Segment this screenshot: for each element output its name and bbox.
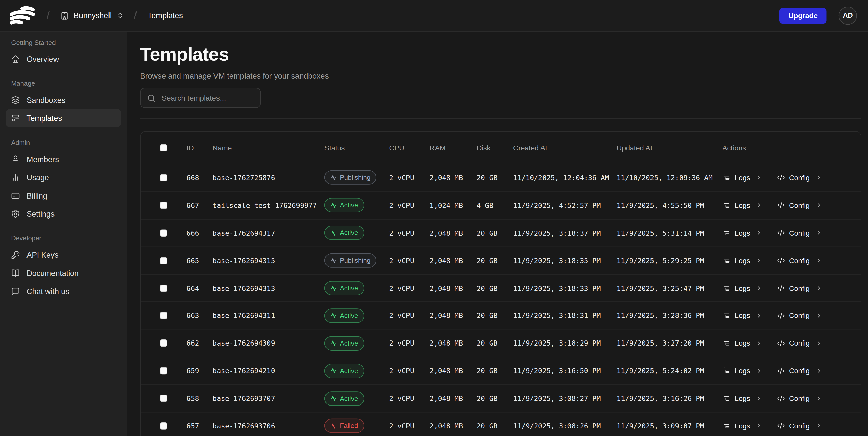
main-content: Templates Browse and manage VM templates… [127,32,868,436]
cell-status: Active [324,364,389,378]
org-switcher[interactable]: Bunnyshell [60,11,123,20]
row-checkbox[interactable] [160,202,167,209]
sidebar-item-templates[interactable]: Templates [5,109,121,127]
cell-created-at: 11/10/2025, 12:04:36 AM [513,174,617,182]
row-checkbox[interactable] [160,395,167,402]
logs-button[interactable]: Logs [722,229,762,237]
cell-disk: 20 GB [477,284,513,292]
cell-disk: 20 GB [477,422,513,430]
chevron-right-icon [756,202,762,208]
org-name: Bunnyshell [74,11,112,20]
select-all-checkbox[interactable] [160,144,167,152]
building-icon [60,11,69,20]
config-button[interactable]: Config [777,229,822,237]
logs-button[interactable]: Logs [722,311,762,320]
chevron-right-icon [756,285,762,291]
activity-icon [331,395,337,401]
page-subtitle: Browse and manage VM templates for your … [140,71,862,81]
table-row: 666base-1762694317Active2 vCPU2,048 MB20… [141,219,861,247]
logs-button[interactable]: Logs [722,284,762,292]
logs-button[interactable]: Logs [722,201,762,209]
cell-checkbox [160,312,186,319]
sidebar-item-api-keys[interactable]: API Keys [5,245,121,264]
status-label: Active [340,394,358,402]
sidebar-item-documentation[interactable]: Documentation [5,264,121,282]
status-label: Active [340,312,358,320]
logs-label: Logs [735,311,750,320]
table-row: 663base-1762694311Active2 vCPU2,048 MB20… [141,302,861,330]
search-box [140,88,261,108]
config-button[interactable]: Config [777,367,822,375]
activity-icon [331,423,337,429]
status-badge: Active [324,308,364,323]
cell-ram: 2,048 MB [430,311,476,320]
logs-button[interactable]: Logs [722,174,762,182]
cell-actions: LogsConfig [722,256,852,265]
config-label: Config [789,422,810,430]
sidebar-item-label: Sandboxes [27,95,65,104]
sidebar-item-sandboxes[interactable]: Sandboxes [5,91,121,109]
chevrons-up-down-icon [117,12,123,19]
sidebar-item-billing[interactable]: Billing [5,186,121,204]
sidebar-item-label: Overview [27,55,59,63]
config-button[interactable]: Config [777,284,822,292]
row-checkbox[interactable] [160,312,167,319]
logs-button[interactable]: Logs [722,422,762,430]
row-checkbox[interactable] [160,174,167,181]
row-checkbox[interactable] [160,340,167,347]
logs-label: Logs [735,256,750,265]
column-header-updated-at: Updated At [617,143,722,152]
cell-created-at: 11/9/2025, 3:18:37 PM [513,229,617,237]
config-button[interactable]: Config [777,311,822,320]
sidebar-item-chat-with-us[interactable]: Chat with us [5,282,121,300]
row-checkbox[interactable] [160,257,167,264]
sidebar-item-overview[interactable]: Overview [5,49,121,68]
cell-actions: LogsConfig [722,422,852,430]
activity-icon [331,312,337,318]
status-badge: Active [324,364,364,378]
row-checkbox[interactable] [160,367,167,374]
avatar[interactable]: AD [839,6,857,25]
logs-icon [722,339,731,347]
logs-label: Logs [735,367,750,375]
cell-cpu: 2 vCPU [389,394,430,402]
config-button[interactable]: Config [777,174,822,182]
code-icon [777,201,785,209]
cell-status: Active [324,198,389,212]
cell-cpu: 2 vCPU [389,422,430,430]
row-checkbox[interactable] [160,284,167,292]
upgrade-button[interactable]: Upgrade [780,7,827,24]
logs-button[interactable]: Logs [722,394,762,402]
cell-status: Failed [324,419,389,433]
cell-actions: LogsConfig [722,201,852,209]
config-button[interactable]: Config [777,394,822,402]
sidebar-item-usage[interactable]: Usage [5,168,121,186]
config-button[interactable]: Config [777,422,822,430]
logs-button[interactable]: Logs [722,367,762,375]
config-button[interactable]: Config [777,201,822,209]
templates-icon [11,114,20,123]
logo[interactable] [8,5,36,26]
logs-icon [722,229,731,237]
cell-created-at: 11/9/2025, 3:08:26 PM [513,422,617,430]
config-button[interactable]: Config [777,339,822,347]
config-button[interactable]: Config [777,256,822,265]
search-icon [147,94,156,102]
logs-button[interactable]: Logs [722,339,762,347]
cell-ram: 2,048 MB [430,367,476,375]
cell-name: base-1762694309 [213,339,324,347]
logs-label: Logs [735,174,750,182]
cell-disk: 4 GB [477,201,513,209]
status-label: Failed [340,422,358,430]
row-checkbox[interactable] [160,423,167,430]
search-input[interactable] [160,93,254,103]
sidebar-item-settings[interactable]: Settings [5,205,121,223]
sidebar-item-members[interactable]: Members [5,150,121,168]
cell-id: 663 [186,311,213,320]
chart-icon [11,173,20,182]
logs-button[interactable]: Logs [722,256,762,265]
table-row: 658base-1762693707Active2 vCPU2,048 MB20… [141,385,861,412]
logs-icon [722,367,731,375]
row-checkbox[interactable] [160,229,167,237]
cell-status: Active [324,336,389,350]
